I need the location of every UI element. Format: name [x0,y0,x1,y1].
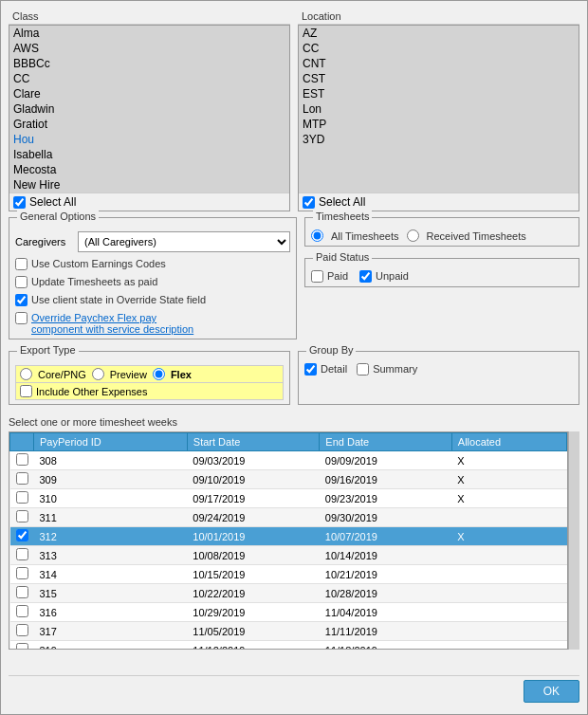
summary-checkbox[interactable] [357,363,369,376]
list-item[interactable]: AWS [9,41,289,56]
timesheets-received-radio[interactable] [407,229,419,242]
table-cell: 09/16/2019 [320,470,451,489]
table-row[interactable]: 31109/24/201909/30/2019 [10,508,567,527]
table-cell: 11/11/2019 [320,622,451,641]
export-preview-radio[interactable] [92,368,104,380]
row-checkbox[interactable] [16,472,28,485]
list-item[interactable]: Alma [9,26,289,41]
col-allocated: Allocated [451,433,566,451]
list-item[interactable]: CST [299,71,579,86]
table-body: 30809/03/201909/09/2019X30909/10/201909/… [10,451,567,651]
export-core-label: Core/PNG [38,369,86,380]
class-listbox[interactable]: AlmaAWSBBBCcCCClareGladwinGratiotHouIsab… [9,26,289,192]
summary-row: Summary [357,363,417,376]
ok-button[interactable]: OK [524,680,579,703]
row-checkbox[interactable] [16,529,28,541]
export-flex-label: Flex [171,369,192,380]
list-item[interactable]: Clare [9,86,289,101]
list-item[interactable]: AZ [299,26,579,41]
list-item[interactable]: CNT [299,56,579,71]
table-cell: 09/17/2019 [187,489,319,508]
list-item[interactable]: BBBCc [9,56,289,71]
timesheets-radio-group: All Timesheets Received Timesheets [311,229,573,242]
update-timesheets-checkbox[interactable] [15,276,28,288]
payperiod-table-scroll[interactable]: PayPeriod ID Start Date End Date Allocat… [9,431,568,650]
row-checkbox[interactable] [16,510,28,522]
timesheets-all-radio[interactable] [311,229,323,242]
list-item[interactable]: CC [9,71,289,86]
location-select-all-checkbox[interactable] [303,196,315,209]
row-checkbox[interactable] [16,567,28,579]
export-row1: Core/PNG Preview Flex [15,365,284,383]
table-row[interactable]: 31610/29/201911/04/2019 [10,603,567,622]
paid-status-group: Paid Status Paid Unpaid [304,258,579,287]
table-cell: 10/15/2019 [187,565,319,584]
list-item[interactable]: MTP [299,117,579,132]
update-timesheets-label: Update Timesheets as paid [31,276,157,287]
list-item[interactable]: Mecosta [9,162,289,177]
table-row[interactable]: 31009/17/201909/23/2019X [10,489,567,508]
export-core-radio[interactable] [20,368,32,380]
export-flex-radio[interactable] [153,368,165,380]
row-checkbox[interactable] [16,453,28,466]
custom-earnings-row: Use Custom Earnings Codes [15,258,290,270]
footer-bar: OK [9,675,579,706]
table-cell: X [451,470,566,489]
table-cell: 315 [34,584,188,603]
use-client-state-row: Use client state in Override State field [15,294,290,306]
use-client-state-label: Use client state in Override State field [31,294,206,305]
row-checkbox[interactable] [16,586,28,598]
summary-label: Summary [373,363,417,375]
class-select-all-row: Select All [9,192,289,211]
custom-earnings-checkbox[interactable] [15,258,28,270]
table-row[interactable]: 30909/10/201909/16/2019X [10,470,567,489]
paid-checkbox[interactable] [311,270,323,283]
list-item[interactable]: New Hire [9,177,289,192]
list-item[interactable]: EST [299,86,579,101]
row-checkbox[interactable] [16,624,28,636]
middle-section: General Options Caregivers (All Caregive… [9,217,579,345]
group-by-content: Detail Summary [304,361,573,376]
location-listbox[interactable]: AZCCCNTCSTESTLonMTP3YD [299,26,579,192]
paid-label: Paid [327,270,348,282]
list-item[interactable]: CC [299,41,579,56]
table-cell [451,622,566,641]
table-row[interactable]: 31210/01/201910/07/2019X [10,527,567,546]
general-options-group: General Options Caregivers (All Caregive… [9,217,297,339]
table-instruction: Select one or more timesheet weeks [9,416,579,428]
table-cell [451,508,566,527]
detail-checkbox[interactable] [304,363,317,376]
table-row[interactable]: 31410/15/201910/21/2019 [10,565,567,584]
list-item[interactable]: Isabella [9,147,289,162]
timesheets-title: Timesheets [313,211,372,222]
table-row[interactable]: 31510/22/201910/28/2019 [10,584,567,603]
list-item[interactable]: Lon [299,101,579,117]
scrollbar[interactable] [568,431,579,650]
table-cell [451,546,566,565]
list-item[interactable]: Gladwin [9,101,289,117]
table-cell: X [451,527,566,546]
top-section: Class AlmaAWSBBBCcCCClareGladwinGratiotH… [9,9,579,211]
override-paychex-label: Override Paychex Flex pay [31,312,193,323]
row-checkbox[interactable] [16,548,28,560]
col-end-date: End Date [320,433,451,451]
list-item[interactable]: Hou [9,132,289,147]
class-select-all-checkbox[interactable] [13,196,26,209]
table-row[interactable]: 31911/12/201911/18/2019 [10,641,567,651]
update-timesheets-row: Update Timesheets as paid [15,276,290,288]
caregivers-dropdown[interactable]: (All Caregivers) [78,231,290,252]
table-cell: 316 [34,603,188,622]
list-item[interactable]: Gratiot [9,117,289,132]
table-row[interactable]: 30809/03/201909/09/2019X [10,451,567,470]
row-checkbox[interactable] [16,491,28,504]
row-checkbox[interactable] [16,605,28,617]
row-checkbox[interactable] [16,643,28,650]
list-item[interactable]: 3YD [299,132,579,147]
table-row[interactable]: 31711/05/201911/11/2019 [10,622,567,641]
unpaid-checkbox[interactable] [359,270,372,283]
use-client-state-checkbox[interactable] [15,294,28,306]
table-row[interactable]: 31310/08/201910/14/2019 [10,546,567,565]
table-cell: 09/03/2019 [187,451,319,470]
override-paychex-checkbox[interactable] [15,312,28,324]
include-other-checkbox[interactable] [20,385,32,397]
